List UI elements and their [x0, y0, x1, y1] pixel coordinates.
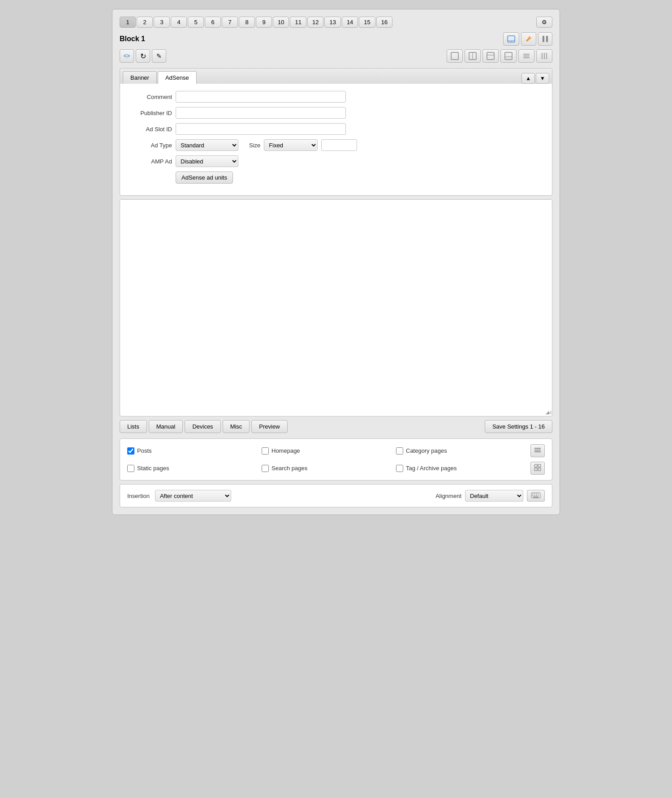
refresh-btn[interactable]: ↻ — [136, 49, 150, 63]
settings-tab[interactable]: ⚙ — [536, 17, 552, 28]
save-settings-btn[interactable]: Save Settings 1 - 16 — [485, 420, 552, 433]
svg-rect-26 — [532, 493, 533, 494]
ad-type-row: Ad Type Standard Responsive Link Ad Size… — [127, 139, 545, 151]
ad-slot-id-row: Ad Slot ID — [127, 123, 545, 135]
tab-8[interactable]: 8 — [239, 17, 255, 28]
svg-rect-29 — [538, 493, 538, 494]
comment-label: Comment — [127, 94, 172, 100]
tablet-icon-btn[interactable] — [503, 32, 519, 46]
tab-4[interactable]: 4 — [171, 17, 187, 28]
code-btn[interactable]: <> — [120, 49, 134, 63]
manual-tab[interactable]: Manual — [149, 420, 183, 433]
svg-point-2 — [511, 41, 511, 42]
category-pages-checkbox[interactable] — [396, 447, 403, 455]
edit-btn[interactable]: ✎ — [152, 49, 166, 63]
tab-6[interactable]: 6 — [205, 17, 221, 28]
tab-16[interactable]: 16 — [376, 17, 392, 28]
preview-tab[interactable]: Preview — [251, 420, 287, 433]
publisher-id-label: Publisher ID — [127, 110, 172, 116]
tab-12[interactable]: 12 — [307, 17, 323, 28]
insertion-select[interactable]: After content Before content Before para… — [155, 490, 231, 502]
posts-checkbox[interactable] — [127, 447, 134, 455]
category-pages-checkbox-item: Category pages — [396, 447, 530, 455]
svg-rect-23 — [534, 468, 537, 471]
publisher-id-input[interactable] — [176, 107, 346, 119]
size-value-input[interactable] — [321, 139, 357, 151]
alignment-section: Alignment Default Left Right Center — [435, 490, 545, 502]
alignment-select[interactable]: Default Left Right Center — [465, 490, 523, 502]
tab-7[interactable]: 7 — [222, 17, 238, 28]
svg-rect-32 — [534, 495, 535, 496]
subtab-up-btn[interactable]: ▲ — [521, 73, 535, 84]
layout-split-btn[interactable] — [465, 49, 481, 63]
tab-3[interactable]: 3 — [154, 17, 170, 28]
tab-14[interactable]: 14 — [342, 17, 358, 28]
amp-ad-row: AMP Ad Disabled Enabled — [127, 155, 545, 167]
svg-rect-35 — [533, 497, 538, 498]
static-pages-checkbox[interactable] — [127, 465, 134, 472]
size-label: Size — [249, 142, 260, 149]
banner-tab[interactable]: Banner — [123, 71, 157, 84]
layout-lines-btn[interactable] — [518, 49, 534, 63]
bottom-tabs-row: Lists Manual Devices Misc Preview Save S… — [120, 420, 552, 433]
search-pages-label: Search pages — [271, 465, 307, 472]
insertion-panel: Insertion After content Before content B… — [120, 484, 552, 507]
wrench-icon-btn[interactable] — [521, 32, 536, 46]
devices-tab[interactable]: Devices — [185, 420, 220, 433]
adsense-btn-row: AdSense ad units — [127, 172, 545, 184]
lists-tab[interactable]: Lists — [120, 420, 147, 433]
tab-1[interactable]: 1 — [120, 17, 136, 28]
amp-ad-select[interactable]: Disabled Enabled — [176, 155, 238, 167]
tabs-row: 1 2 3 4 5 6 7 8 9 10 11 12 13 14 15 16 ⚙ — [120, 17, 552, 28]
toolbar-left: <> ↻ ✎ — [120, 49, 166, 63]
size-select[interactable]: Fixed Responsive — [264, 139, 318, 151]
keyboard-icon-btn[interactable] — [527, 490, 545, 502]
comment-input[interactable] — [176, 91, 346, 103]
block-title: Block 1 — [120, 35, 503, 43]
ad-type-select[interactable]: Standard Responsive Link Ad — [176, 139, 238, 151]
tab-2[interactable]: 2 — [137, 17, 153, 28]
tab-15[interactable]: 15 — [359, 17, 375, 28]
pause-icon-btn[interactable] — [538, 32, 552, 46]
layout-full-btn[interactable] — [447, 49, 463, 63]
alignment-label: Alignment — [435, 493, 461, 499]
svg-rect-33 — [536, 495, 537, 496]
tab-9[interactable]: 9 — [256, 17, 272, 28]
checkbox-grid: Posts Homepage Category pages Static pag… — [127, 444, 545, 475]
posts-label: Posts — [137, 447, 152, 454]
search-pages-checkbox-item: Search pages — [262, 465, 396, 472]
preview-panel: ◢ — [120, 199, 552, 416]
tag-archive-checkbox-item: Tag / Archive pages — [396, 465, 530, 472]
tab-11[interactable]: 11 — [290, 17, 306, 28]
tag-archive-checkbox[interactable] — [396, 465, 403, 472]
resize-handle[interactable]: ◢ — [546, 410, 551, 415]
ad-slot-id-input[interactable] — [176, 123, 346, 135]
tab-5[interactable]: 5 — [188, 17, 204, 28]
layout-columns-btn[interactable] — [536, 49, 552, 63]
tag-archive-label: Tag / Archive pages — [406, 465, 457, 472]
adsense-form-panel: Comment Publisher ID Ad Slot ID Ad Type … — [120, 84, 552, 195]
static-pages-label: Static pages — [137, 465, 169, 472]
svg-rect-22 — [538, 464, 541, 467]
amp-ad-label: AMP Ad — [127, 158, 172, 165]
tab-13[interactable]: 13 — [324, 17, 340, 28]
homepage-checkbox[interactable] — [262, 447, 269, 455]
svg-rect-31 — [532, 495, 533, 496]
svg-rect-8 — [487, 52, 494, 60]
misc-tab[interactable]: Misc — [223, 420, 250, 433]
layout-bottom-btn[interactable] — [500, 49, 517, 63]
svg-rect-21 — [534, 464, 537, 467]
subtab-down-btn[interactable]: ▼ — [536, 73, 549, 84]
adsense-ad-units-btn[interactable]: AdSense ad units — [176, 172, 233, 184]
list-icon[interactable] — [530, 444, 545, 457]
grid-icon[interactable] — [530, 462, 545, 475]
comment-row: Comment — [127, 91, 545, 103]
homepage-checkbox-item: Homepage — [262, 447, 396, 455]
svg-rect-34 — [538, 495, 538, 496]
preview-textarea[interactable] — [120, 200, 552, 415]
adsense-tab[interactable]: AdSense — [158, 71, 197, 84]
tab-10[interactable]: 10 — [273, 17, 289, 28]
ad-type-label: Ad Type — [127, 142, 172, 149]
search-pages-checkbox[interactable] — [262, 465, 269, 472]
layout-top-btn[interactable] — [482, 49, 499, 63]
